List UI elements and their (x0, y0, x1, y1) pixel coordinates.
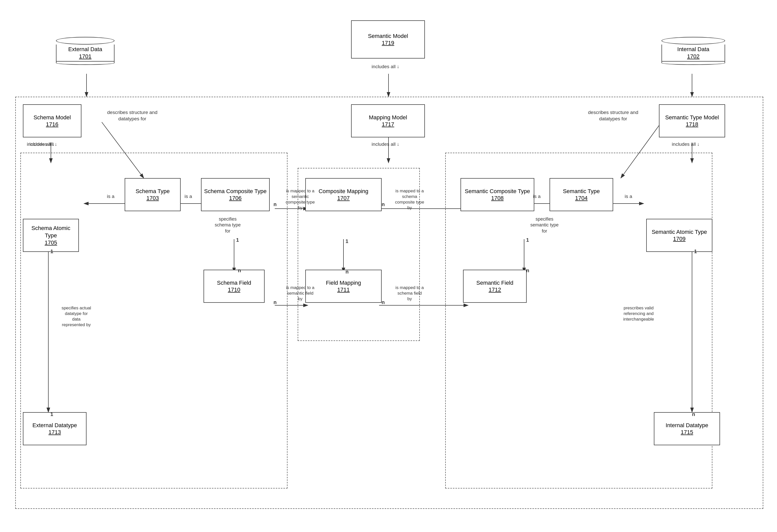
mult-1-semantic-composite: 1 (526, 237, 529, 243)
semantic-atomic-type-node: Semantic Atomic Type 1709 (646, 219, 712, 252)
internal-datatype-id: 1715 (681, 429, 693, 436)
specifies-schema-type-label: specifiesschema typefor (209, 216, 247, 234)
external-datatype-node: External Datatype 1713 (23, 412, 87, 445)
schema-composite-type-node: Schema Composite Type 1706 (201, 178, 270, 211)
external-data-id: 1701 (79, 53, 92, 60)
mapping-model-title: Mapping Model (369, 114, 407, 121)
semantic-type-model-node: Semantic Type Model 1718 (659, 104, 725, 137)
semantic-type-model-title: Semantic Type Model (665, 114, 719, 121)
mapped-to-schema-field-label: is mapped to aschema fieldby (384, 285, 435, 302)
schema-type-title: Schema Type (136, 188, 170, 195)
external-data-cylinder: External Data 1701 (56, 25, 114, 76)
internal-cylinder-body: Internal Data 1702 (662, 44, 725, 62)
mult-1-external-datatype: 1 (50, 411, 53, 418)
semantic-type-id: 1704 (575, 195, 588, 202)
composite-mapping-title: Composite Mapping (319, 188, 368, 195)
schema-type-node: Schema Type 1703 (125, 178, 181, 211)
external-data-title: External Data (68, 46, 102, 53)
internal-datatype-node: Internal Datatype 1715 (654, 412, 720, 445)
semantic-atomic-type-title: Semantic Atomic Type (652, 228, 707, 236)
semantic-type-title: Semantic Type (563, 188, 600, 195)
semantic-field-node: Semantic Field 1712 (463, 270, 527, 303)
external-datatype-id: 1713 (48, 429, 61, 436)
schema-atomic-type-title: Schema Atomic Type (26, 225, 76, 239)
schema-model-title: Schema Model (33, 114, 71, 121)
semantic-type-model-id: 1718 (686, 121, 698, 128)
describes-structure-left-label: describes structure and datatypes for (103, 109, 161, 122)
mult-n-semantic-atomic: n (692, 411, 695, 418)
mapped-to-schema-composite-label: is mapped to aschemacomposite typeby (384, 188, 435, 211)
mapping-model-id: 1717 (382, 121, 395, 128)
internal-cylinder-top (662, 37, 725, 44)
semantic-field-id: 1712 (489, 287, 501, 293)
mult-n-schema-composite: n (238, 267, 241, 274)
mapped-to-semantic-composite-label: is mapped to asemanticcomposite typeby (277, 188, 323, 211)
field-mapping-id: 1711 (337, 287, 350, 293)
includes-all-arrow-schema: includes all ↓ (25, 141, 56, 147)
internal-data-title: Internal Data (677, 46, 709, 53)
schema-atomic-type-node: Schema Atomic Type 1705 (23, 219, 79, 252)
includes-all-semantic-label: includes all ↓ (665, 141, 706, 147)
cylinder-body: External Data 1701 (56, 44, 114, 62)
semantic-composite-type-node: Semantic Composite Type 1708 (460, 178, 534, 211)
mult-n-semantic-composite: n (526, 267, 529, 274)
internal-data-id: 1702 (687, 53, 700, 60)
mult-1-schema-atomic: 1 (50, 248, 53, 255)
includes-all-mapping-label: includes all ↓ (365, 141, 406, 147)
field-mapping-title: Field Mapping (326, 279, 361, 287)
schema-model-node: Schema Model 1716 (23, 104, 82, 137)
is-a-semantic-left-label: is a (527, 193, 547, 200)
semantic-type-node: Semantic Type 1704 (550, 178, 613, 211)
mult-n-schema-to-mapping: n (273, 201, 276, 208)
semantic-composite-type-title: Semantic Composite Type (465, 188, 530, 195)
semantic-composite-type-id: 1708 (491, 195, 504, 202)
mapped-to-semantic-field-label: is mapped to asemantic fieldby (277, 285, 323, 302)
is-a-schema-left-label: is a (101, 193, 121, 200)
internal-datatype-title: Internal Datatype (666, 422, 708, 429)
describes-structure-right-label: describes structure and datatypes for (580, 109, 646, 122)
semantic-atomic-type-id: 1709 (673, 236, 686, 242)
schema-composite-type-title: Schema Composite Type (204, 188, 266, 195)
composite-mapping-id: 1707 (337, 195, 350, 202)
internal-data-cylinder: Internal Data 1702 (662, 25, 725, 76)
mult-1-semantic-atomic-down: 1 (694, 248, 697, 255)
mult-n-schema-field-to-mapping: n (273, 299, 276, 306)
is-a-schema-right-label: is a (178, 193, 199, 200)
is-a-semantic-right-label: is a (618, 193, 639, 200)
includes-all-sem-model-label: includes all ↓ (365, 64, 406, 70)
specifies-semantic-type-label: specifiessemantic typefor (525, 216, 564, 234)
schema-model-id: 1716 (46, 121, 59, 128)
schema-field-title: Schema Field (217, 279, 251, 287)
semantic-model-node: Semantic Model 1719 (351, 20, 425, 59)
schema-field-node: Schema Field 1710 (204, 270, 264, 303)
mult-n-field-mapping-down: n (345, 269, 349, 275)
schema-type-id: 1703 (146, 195, 159, 202)
external-datatype-title: External Datatype (32, 422, 77, 429)
specifies-actual-datatype-label: specifies actualdatatype fordatarepresen… (51, 305, 102, 328)
mult-1-composite-mapping-down: 1 (345, 238, 348, 244)
schema-composite-type-id: 1706 (229, 195, 242, 202)
cylinder-bottom-cap (56, 61, 114, 65)
mult-1-schema-composite: 1 (236, 237, 239, 243)
semantic-field-title: Semantic Field (476, 279, 514, 287)
semantic-model-id: 1719 (382, 40, 395, 46)
diagram-container: External Data 1701 Semantic Model 1719 I… (0, 0, 777, 532)
mapping-model-node: Mapping Model 1717 (351, 104, 425, 137)
prescribes-valid-label: prescribes validreferencing andinterchan… (610, 305, 667, 322)
semantic-model-title: Semantic Model (368, 32, 408, 40)
internal-cylinder-bottom (662, 61, 725, 65)
cylinder-top (56, 37, 114, 44)
schema-atomic-type-id: 1705 (45, 239, 57, 246)
schema-field-id: 1710 (228, 287, 240, 293)
